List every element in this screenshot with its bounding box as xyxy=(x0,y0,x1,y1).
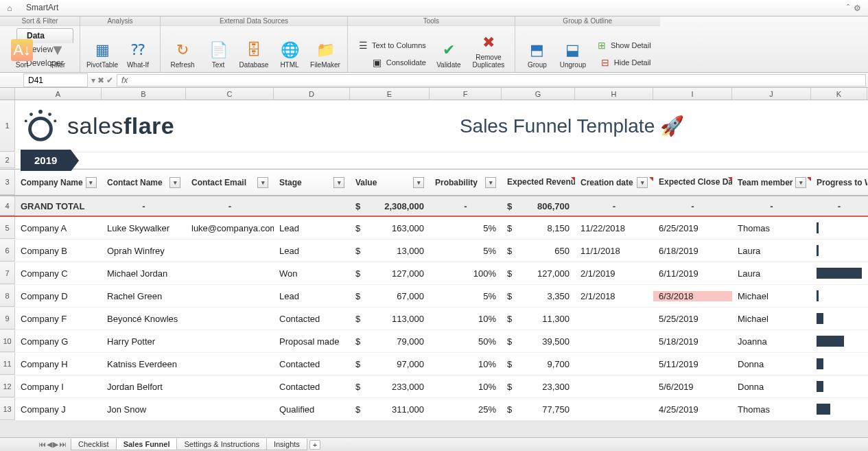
cell-company[interactable]: Company C xyxy=(15,268,102,279)
name-box[interactable] xyxy=(23,73,88,87)
cell-stage[interactable]: Contacted xyxy=(274,314,350,324)
row-header[interactable]: 1 xyxy=(0,100,15,152)
cell-company[interactable]: Company D xyxy=(15,291,102,301)
pivottable-button[interactable]: ▦PivotTable xyxy=(86,30,119,71)
cell-expected-close-date[interactable]: 5/18/2019 xyxy=(653,336,732,347)
cell-team-member[interactable]: Joanna xyxy=(732,336,811,347)
row-header[interactable]: 4 xyxy=(0,196,15,216)
cell-team-member[interactable]: Michael xyxy=(732,291,811,301)
remove-duplicates-button[interactable]: ✖Remove Duplicates xyxy=(468,30,509,71)
filter-dropdown-icon[interactable]: ▾ xyxy=(637,177,648,188)
cell-team-member[interactable]: Thomas xyxy=(732,404,811,415)
cell-value[interactable]: $311,000 xyxy=(350,404,430,415)
column-header-B[interactable]: B xyxy=(102,88,186,100)
cell-expected-revenue[interactable]: $11,300 xyxy=(502,314,575,324)
cell-progress[interactable] xyxy=(811,313,867,324)
cell-contact[interactable]: Beyoncé Knowles xyxy=(102,314,186,324)
table-header-cell[interactable]: Company Name▾ xyxy=(15,177,102,188)
cell-value[interactable]: $233,000 xyxy=(350,382,430,392)
cell-company[interactable]: Company I xyxy=(15,382,102,392)
from-database-button[interactable]: 🗄Database xyxy=(237,30,270,71)
sort-button[interactable]: A↓Sort xyxy=(5,30,38,71)
column-header-K[interactable]: K xyxy=(811,88,867,100)
cell-contact[interactable]: Jon Snow xyxy=(102,404,186,415)
cell-creation-date[interactable]: 11/1/2018 xyxy=(575,246,653,256)
table-header-cell[interactable]: Contact Email▾ xyxy=(186,177,274,188)
cell-team-member[interactable]: Laura xyxy=(732,246,811,256)
cell-probability[interactable]: 5% xyxy=(430,246,502,256)
row-header[interactable]: 8 xyxy=(0,285,15,307)
cell-probability[interactable]: 50% xyxy=(430,336,502,347)
table-header-cell[interactable]: Expected Revenue▾ xyxy=(502,177,575,188)
cell-progress[interactable] xyxy=(811,336,867,347)
cell-contact[interactable]: Harry Potter xyxy=(102,336,186,347)
column-header-J[interactable]: J xyxy=(732,88,811,100)
sheet-nav-last-icon[interactable]: ⏭ xyxy=(59,440,67,449)
cell-value[interactable]: $163,000 xyxy=(350,223,430,233)
select-all-corner[interactable] xyxy=(0,88,15,100)
cancel-icon[interactable]: ✖ xyxy=(97,76,104,85)
cell-value[interactable]: $113,000 xyxy=(350,314,430,324)
group-button[interactable]: ⬒Group xyxy=(521,30,554,71)
row-header[interactable]: 13 xyxy=(0,398,15,420)
column-header-D[interactable]: D xyxy=(274,88,350,100)
sheet-tab[interactable]: Sales Funnel xyxy=(116,439,178,450)
cell-creation-date[interactable]: 2/1/2019 xyxy=(575,268,653,279)
column-header-G[interactable]: G xyxy=(502,88,575,100)
cell-company[interactable]: Company J xyxy=(15,404,102,415)
consolidate-button[interactable]: ▣Consolidate xyxy=(353,54,430,71)
cell-contact[interactable]: Oprah Winfrey xyxy=(102,246,186,256)
row-header[interactable]: 11 xyxy=(0,353,15,375)
sheet-nav-next-icon[interactable]: ▶ xyxy=(53,440,58,449)
filter-dropdown-icon[interactable]: ▾ xyxy=(413,177,424,188)
cell-team-member[interactable]: Donna xyxy=(732,382,811,392)
cell-expected-revenue[interactable]: $127,000 xyxy=(502,268,575,279)
cell-value[interactable]: $67,000 xyxy=(350,291,430,301)
cell-stage[interactable]: Won xyxy=(274,268,350,279)
sheet-tab[interactable]: Settings & Instructions xyxy=(176,439,266,450)
table-header-cell[interactable]: Value▾ xyxy=(350,177,430,188)
cell-creation-date[interactable]: 11/22/2018 xyxy=(575,223,653,233)
text-to-columns-button[interactable]: ☰Text to Columns xyxy=(353,37,430,54)
table-header-cell[interactable]: Probability▾ xyxy=(430,177,502,188)
sheet-tab[interactable]: Insights xyxy=(266,439,307,450)
cell-value[interactable]: $13,000 xyxy=(350,246,430,256)
cell-stage[interactable]: Lead xyxy=(274,246,350,256)
from-html-button[interactable]: 🌐HTML xyxy=(273,30,306,71)
column-header-A[interactable]: A xyxy=(15,88,102,100)
cell-contact[interactable]: Katniss Everdeen xyxy=(102,359,186,369)
from-text-button[interactable]: 📄Text xyxy=(202,30,235,71)
row-header[interactable]: 6 xyxy=(0,240,15,262)
cell-expected-revenue[interactable]: $9,700 xyxy=(502,359,575,369)
cell-progress[interactable] xyxy=(811,222,867,233)
row-header[interactable]: 9 xyxy=(0,308,15,329)
name-box-dropdown-icon[interactable]: ▾ xyxy=(91,76,95,85)
cell-company[interactable]: Company F xyxy=(15,314,102,324)
cell-company[interactable]: Company A xyxy=(15,223,102,233)
cell-expected-close-date[interactable]: 5/6/2019 xyxy=(653,382,732,392)
validate-button[interactable]: ✔Validate xyxy=(432,30,465,71)
filter-button[interactable]: ▼Filter xyxy=(41,30,74,71)
cell-probability[interactable]: 10% xyxy=(430,314,502,324)
cell-probability[interactable]: 10% xyxy=(430,359,502,369)
cell-expected-close-date[interactable]: 5/11/2019 xyxy=(653,359,732,369)
whatif-button[interactable]: ⁇What-If xyxy=(121,30,154,71)
cell-probability[interactable]: 100% xyxy=(430,268,502,279)
cell-contact[interactable]: Rachel Green xyxy=(102,291,186,301)
row-header[interactable]: 3 xyxy=(0,170,15,195)
row-header[interactable]: 5 xyxy=(0,217,15,239)
cell-team-member[interactable]: Laura xyxy=(732,268,811,279)
cell-stage[interactable]: Contacted xyxy=(274,382,350,392)
ungroup-button[interactable]: ⬓Ungroup xyxy=(556,30,589,71)
cell-company[interactable]: Company G xyxy=(15,336,102,347)
cell-expected-revenue[interactable]: $23,300 xyxy=(502,382,575,392)
cell-company[interactable]: Company B xyxy=(15,246,102,256)
cell-expected-close-date[interactable]: 4/25/2019 xyxy=(653,404,732,415)
column-header-C[interactable]: C xyxy=(186,88,274,100)
cell-contact[interactable]: Luke Skywalker xyxy=(102,223,186,233)
row-header[interactable]: 2 xyxy=(0,152,15,168)
cell-value[interactable]: $79,000 xyxy=(350,336,430,347)
sheet-nav-prev-icon[interactable]: ◀ xyxy=(47,440,52,449)
cell-team-member[interactable]: Donna xyxy=(732,359,811,369)
show-detail-button[interactable]: ⊞Show Detail xyxy=(592,37,655,54)
